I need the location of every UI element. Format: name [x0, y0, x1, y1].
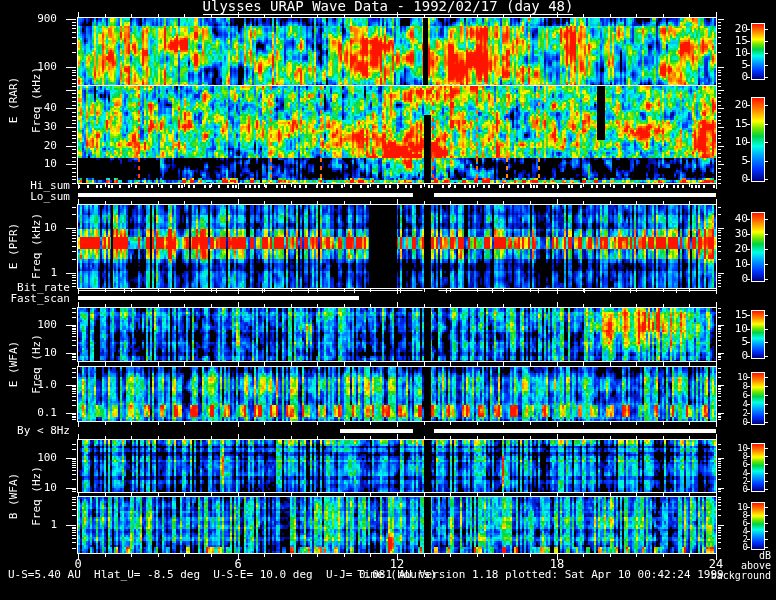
- y-tick-label: 0.1: [11, 407, 57, 419]
- spectrogram-rar-hi: [78, 18, 716, 85]
- y-tick-label: 1: [11, 519, 57, 531]
- version-text: Version 1.18 plotted: Sat Apr 10 00:42:2…: [419, 569, 721, 581]
- colorbar-tick-label: 30: [724, 228, 748, 240]
- y-tick-label: 10: [11, 222, 57, 234]
- colorbar-bwfa-high: [751, 443, 765, 492]
- spectrogram-bwfa-lo: [78, 497, 716, 553]
- spectrogram-pfr: [78, 205, 716, 288]
- colorbar-tick-label: 0: [724, 416, 748, 428]
- colorbar-tick-label: 15: [724, 118, 748, 130]
- spectrogram-ewfa-hi: [78, 308, 716, 361]
- colorbar-tick-label: 0: [724, 541, 748, 553]
- colorbar-tick-label: 40: [724, 213, 748, 225]
- time-tick-label: 18: [537, 558, 577, 570]
- colorbar-pfr: [751, 212, 765, 282]
- colorbar-tick-label: 0: [724, 350, 748, 362]
- rar-instrument-label: E (RAR): [8, 77, 19, 123]
- bwfa-freq-unit-label: Freq (Hz): [31, 466, 42, 526]
- time-tick-label: 0: [58, 558, 98, 570]
- colorbar-tick-label: 10: [724, 258, 748, 270]
- colorbar-bwfa-low: [751, 502, 765, 550]
- colorbar-ewfa-high: [751, 310, 765, 359]
- colorbar-rar-high: [751, 23, 765, 80]
- colorbar-tick-label: 10: [724, 136, 748, 148]
- status-row-label: Lo_sum: [0, 191, 70, 203]
- status-row-label: By < 8Hz: [0, 425, 70, 437]
- y-tick-label: 1: [11, 267, 57, 279]
- y-tick-label: 100: [11, 61, 57, 73]
- status-row-label: Fast_scan: [0, 293, 70, 305]
- colorbar-tick-label: 0: [724, 173, 748, 185]
- colorbar-ewfa-low: [751, 372, 765, 425]
- bwfa-instrument-label: B (WFA): [8, 473, 19, 519]
- colorbar-tick-label: 0: [724, 71, 748, 83]
- plot-title: Ulysses URAP Wave Data - 1992/02/17 (day…: [0, 0, 776, 14]
- y-tick-label: 10: [11, 482, 57, 494]
- y-tick-label: 30: [11, 121, 57, 133]
- colorbar-tick-label: 10: [724, 323, 748, 335]
- y-tick-label: 10: [11, 158, 57, 170]
- colorbar-tick-label: 0: [724, 273, 748, 285]
- spectrogram-ewfa-lo: [78, 367, 716, 421]
- time-tick-label: 12: [377, 558, 417, 570]
- time-tick-label: 24: [696, 558, 736, 570]
- time-tick-label: 6: [218, 558, 258, 570]
- colorbar-tick-label: 20: [724, 99, 748, 111]
- y-tick-label: 900: [11, 13, 57, 25]
- y-tick-label: 20: [11, 140, 57, 152]
- colorbar-tick-label: 15: [724, 309, 748, 321]
- colorbar-tick-label: 5: [724, 155, 748, 167]
- colorbar-rar-low: [751, 97, 765, 182]
- spectrogram-rar-lo: [78, 86, 716, 183]
- y-tick-label: 1.0: [11, 379, 57, 391]
- spectrogram-bwfa-hi: [78, 440, 716, 492]
- colorbar-tick-label: 0: [724, 483, 748, 495]
- urap-plot-root: Ulysses URAP Wave Data - 1992/02/17 (day…: [0, 0, 776, 600]
- y-tick-label: 100: [11, 319, 57, 331]
- y-tick-label: 10: [11, 347, 57, 359]
- colorbar-unit-background: background: [711, 571, 771, 581]
- colorbar-tick-label: 5: [724, 336, 748, 348]
- y-tick-label: 100: [11, 452, 57, 464]
- colorbar-tick-label: 20: [724, 243, 748, 255]
- y-tick-label: 40: [11, 102, 57, 114]
